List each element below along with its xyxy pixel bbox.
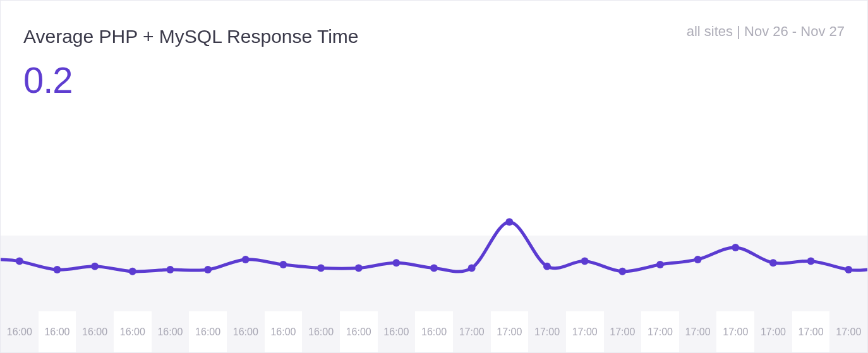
data-point[interactable]: [468, 264, 476, 272]
x-tick: 17:00: [453, 311, 491, 352]
x-tick: 16:00: [114, 311, 152, 352]
x-tick: 17:00: [716, 311, 754, 352]
x-tick: 17:00: [754, 311, 792, 352]
chart-header: Average PHP + MySQL Response Time all si…: [23, 26, 845, 47]
x-tick: 16:00: [76, 311, 114, 352]
data-point[interactable]: [355, 264, 363, 272]
data-point[interactable]: [505, 218, 513, 226]
data-point[interactable]: [204, 266, 212, 273]
line-chart: [1, 116, 867, 311]
chart-meta: all sites | Nov 26 - Nov 27: [687, 23, 845, 40]
data-point[interactable]: [769, 259, 777, 266]
data-point[interactable]: [807, 258, 815, 265]
data-point[interactable]: [392, 259, 400, 266]
data-point[interactable]: [845, 266, 852, 273]
x-axis: 16:0016:0016:0016:0016:0016:0016:0016:00…: [1, 311, 867, 352]
data-point[interactable]: [732, 244, 739, 251]
data-point[interactable]: [166, 266, 174, 273]
x-tick: 17:00: [491, 311, 529, 352]
x-tick: 16:00: [39, 311, 76, 352]
x-tick: 16:00: [1, 311, 39, 352]
data-point[interactable]: [543, 263, 551, 270]
x-tick: 16:00: [340, 311, 378, 352]
x-tick: 16:00: [227, 311, 265, 352]
x-tick: 16:00: [152, 311, 190, 352]
x-tick: 16:00: [378, 311, 416, 352]
x-tick: 17:00: [604, 311, 642, 352]
data-point[interactable]: [656, 261, 664, 268]
chart-title: Average PHP + MySQL Response Time: [23, 26, 359, 47]
data-point[interactable]: [694, 256, 702, 263]
x-tick: 17:00: [829, 311, 867, 352]
data-point[interactable]: [581, 258, 589, 265]
x-tick: 16:00: [415, 311, 453, 352]
data-point[interactable]: [279, 261, 287, 268]
x-tick: 17:00: [679, 311, 717, 352]
data-point[interactable]: [129, 268, 136, 275]
data-point[interactable]: [91, 263, 99, 270]
data-point[interactable]: [53, 266, 61, 273]
x-tick: 17:00: [566, 311, 604, 352]
data-point[interactable]: [430, 264, 438, 272]
x-tick: 16:00: [265, 311, 303, 352]
data-point[interactable]: [242, 256, 250, 263]
x-tick: 17:00: [792, 311, 830, 352]
data-point[interactable]: [618, 268, 626, 275]
x-tick: 17:00: [528, 311, 566, 352]
data-point[interactable]: [317, 264, 325, 272]
summary-value: 0.2: [23, 59, 73, 101]
data-point[interactable]: [16, 258, 23, 265]
x-tick: 16:00: [302, 311, 340, 352]
chart-card: Average PHP + MySQL Response Time all si…: [0, 0, 868, 353]
chart-svg: [1, 116, 867, 311]
x-tick: 17:00: [641, 311, 679, 352]
x-tick: 16:00: [189, 311, 227, 352]
